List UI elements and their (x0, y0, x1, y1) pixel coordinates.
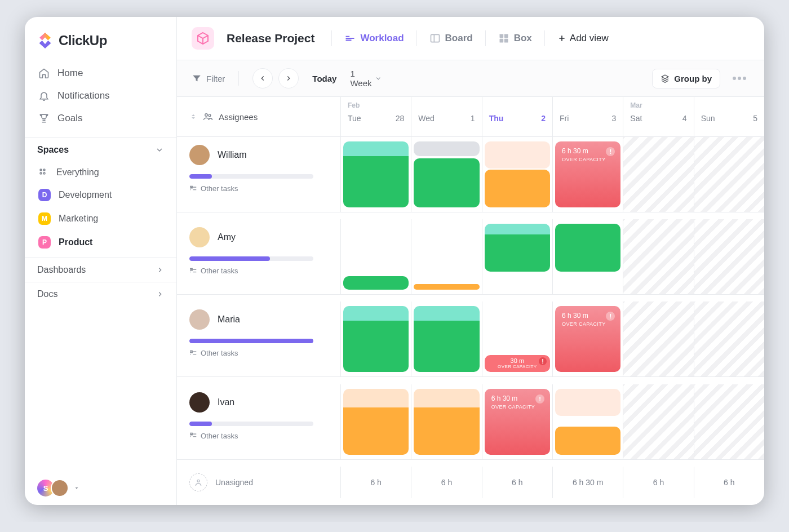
assignee-row[interactable]: William Other tasks (177, 137, 340, 212)
workload-cell[interactable] (411, 137, 481, 212)
workload-cell (694, 302, 764, 377)
chevron-right-icon (156, 266, 164, 274)
board-icon (429, 33, 441, 44)
next-button[interactable] (278, 68, 299, 88)
workload-block-over[interactable]: 6 h 30 mOVER CAPACITY ! (555, 306, 620, 372)
plus-icon (557, 34, 566, 43)
workload-cell (694, 137, 764, 212)
chevron-right-icon (156, 290, 164, 298)
workload-block[interactable] (414, 141, 479, 156)
spaces-header[interactable]: Spaces (25, 138, 176, 158)
prev-button[interactable] (252, 68, 273, 88)
workload-cell[interactable] (552, 219, 623, 295)
svg-point-12 (205, 114, 208, 117)
trophy-icon (38, 113, 50, 124)
brand: ClickUp (25, 28, 176, 60)
workload-cell[interactable] (411, 219, 481, 295)
chevron-left-icon (259, 74, 267, 82)
other-tasks-toggle[interactable]: Other tasks (189, 432, 328, 440)
workload-cell[interactable] (411, 302, 481, 377)
workload-cell[interactable] (482, 137, 552, 212)
day-header: Sun5 (694, 97, 764, 137)
workload-cell[interactable] (340, 137, 411, 212)
svg-point-9 (733, 77, 736, 80)
other-tasks-toggle[interactable]: Other tasks (189, 349, 328, 357)
sidebar: ClickUp Home Notifications Goals Spaces (25, 17, 177, 505)
space-marketing[interactable]: M Marketing (25, 207, 176, 230)
workload-block[interactable] (414, 389, 479, 455)
checklist-icon (189, 185, 197, 193)
other-tasks-toggle[interactable]: Other tasks (189, 267, 328, 275)
assignee-row[interactable]: Ivan Other tasks (177, 384, 340, 460)
tab-box[interactable]: Box (498, 33, 532, 44)
total-cell: 6 h (411, 467, 481, 498)
workload-cell[interactable] (340, 302, 411, 377)
tab-board[interactable]: Board (429, 33, 473, 44)
progress-bar (189, 174, 313, 179)
today-button[interactable]: Today (312, 74, 336, 83)
sidebar-docs[interactable]: Docs (25, 282, 176, 306)
dots-icon (729, 68, 750, 88)
workload-block[interactable] (485, 170, 550, 207)
chevron-down-icon (375, 75, 382, 82)
box-icon (196, 32, 210, 45)
workload-block[interactable] (555, 224, 620, 272)
other-tasks-toggle[interactable]: Other tasks (189, 184, 328, 193)
tab-workload[interactable]: Workload (344, 33, 404, 44)
workload-block[interactable] (343, 389, 409, 455)
workload-cell[interactable] (552, 384, 623, 460)
more-button[interactable] (729, 68, 750, 88)
space-everything[interactable]: Everything (25, 162, 176, 183)
workload-cell (694, 219, 764, 295)
workload-cell (623, 219, 693, 295)
add-view-button[interactable]: Add view (557, 33, 609, 44)
total-cell: 6 h 30 m (552, 467, 623, 498)
nav-home[interactable]: Home (25, 62, 176, 85)
exclamation-icon: ! (606, 312, 615, 321)
space-product[interactable]: P Product (25, 230, 176, 254)
workload-block[interactable] (485, 224, 550, 272)
workload-cell[interactable] (482, 219, 552, 295)
assignees-header[interactable]: Assignees (177, 97, 340, 137)
assignee-row[interactable]: Amy Other tasks (177, 219, 340, 295)
group-by-button[interactable]: Group by (652, 69, 720, 88)
workload-cell[interactable]: 6 h 30 mOVER CAPACITY ! (552, 302, 623, 377)
assignee-row[interactable]: Maria Other tasks (177, 302, 340, 377)
user-switcher[interactable]: S (25, 471, 176, 505)
workload-block-over[interactable]: 6 h 30 mOVER CAPACITY ! (485, 389, 550, 455)
filter-button[interactable]: Filter (192, 73, 225, 83)
home-icon (38, 68, 50, 79)
svg-point-11 (743, 77, 746, 80)
workload-cell[interactable]: 30 m OVER CAPACITY ! (482, 302, 552, 377)
space-chip-p: P (38, 236, 51, 249)
workload-block[interactable] (414, 284, 479, 290)
day-header: Mar Sat4 (623, 97, 693, 137)
workload-cell[interactable] (340, 384, 411, 460)
workload-block[interactable] (343, 276, 409, 290)
nav-notifications[interactable]: Notifications (25, 85, 176, 107)
space-chip-m: M (38, 212, 51, 225)
workload-cell[interactable]: 6 h 30 mOVER CAPACITY ! (552, 137, 623, 212)
total-cell: 6 h (694, 467, 764, 498)
workload-block[interactable] (555, 389, 620, 416)
workload-cell[interactable]: 6 h 30 mOVER CAPACITY ! (482, 384, 552, 460)
workload-cell (623, 302, 693, 377)
nav-goals[interactable]: Goals (25, 107, 176, 130)
workload-cell[interactable] (340, 219, 411, 295)
workload-block[interactable] (414, 306, 479, 372)
workload-block[interactable] (555, 427, 620, 455)
workload-grid: Assignees Feb Tue28 Wed1 Thu2 Fri3 Mar S… (177, 97, 764, 505)
checklist-icon (189, 349, 197, 357)
workload-cell[interactable] (411, 384, 481, 460)
workload-block[interactable] (343, 141, 409, 207)
space-development[interactable]: D Development (25, 183, 176, 207)
workload-block[interactable] (343, 306, 409, 372)
workload-block[interactable] (485, 141, 550, 169)
unassigned-row[interactable]: Unasigned (177, 467, 340, 498)
range-selector[interactable]: 1 Week (350, 69, 382, 88)
workload-block-over[interactable]: 30 m OVER CAPACITY ! (485, 355, 550, 372)
workload-block-over[interactable]: 6 h 30 mOVER CAPACITY ! (555, 141, 620, 207)
sidebar-dashboards[interactable]: Dashboards (25, 258, 176, 282)
workload-block[interactable] (414, 158, 479, 207)
day-header-today: Thu2 (482, 97, 552, 137)
